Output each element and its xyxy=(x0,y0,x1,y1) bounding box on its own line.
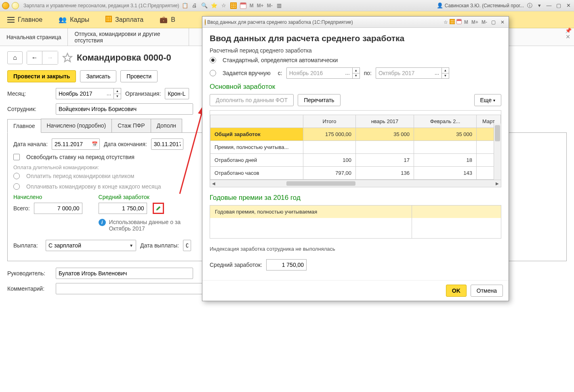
menu-staff[interactable]: 👥 Кадры xyxy=(59,16,89,23)
org-input[interactable] xyxy=(165,88,189,99)
back-button[interactable]: ← xyxy=(27,51,42,64)
tab-main[interactable]: Главное xyxy=(7,119,41,133)
earnings-table: Итого нварь 2017 Февраль 2... Март Общий… xyxy=(210,115,501,180)
calc-icon[interactable] xyxy=(229,2,238,10)
from-input xyxy=(286,67,343,79)
close-icon[interactable]: ✕ xyxy=(564,2,572,10)
manager-label: Руководитель: xyxy=(7,270,52,277)
row-total-earnings[interactable]: Общий заработок 175 000,00 35 000 35 000 xyxy=(210,128,501,141)
hscroll-left-icon[interactable]: ◀ xyxy=(210,181,217,186)
dropdown-arrow-icon[interactable]: ▾ xyxy=(535,2,543,10)
edit-avg-button[interactable] xyxy=(153,203,164,214)
manager-input[interactable] xyxy=(56,268,193,279)
cell: 175 000,00 xyxy=(303,128,356,141)
col-feb[interactable]: Февраль 2... xyxy=(414,115,476,128)
radio-manual[interactable] xyxy=(210,70,216,76)
menu-main[interactable]: Главное xyxy=(7,16,42,23)
toolbar-icon-3[interactable]: 🔍 xyxy=(200,2,208,10)
dialog-m-minus-badge[interactable]: M- xyxy=(481,19,488,25)
col-total[interactable]: Итого xyxy=(303,115,356,128)
m-plus-badge[interactable]: M+ xyxy=(256,3,265,8)
ok-button[interactable]: OK xyxy=(446,285,467,297)
free-rate-checkbox[interactable] xyxy=(13,154,20,160)
tab-start-page[interactable]: Начальная страница xyxy=(0,28,68,46)
month-input[interactable] xyxy=(56,88,104,99)
col-name[interactable] xyxy=(210,115,303,128)
fill-from-fot-button: Дополнить по данным ФОТ xyxy=(210,94,294,106)
toolbar-icon-1[interactable]: 📋 xyxy=(181,2,189,10)
date-start-input[interactable] xyxy=(52,138,90,150)
cell: Премия, полностью учитыва... xyxy=(210,141,303,154)
radio-pay-monthly-label: Оплачивать командировку в конце каждого … xyxy=(26,183,161,190)
cell: Отработано дней xyxy=(210,154,303,167)
cell xyxy=(303,141,356,154)
employee-input[interactable] xyxy=(56,103,193,115)
menu-main-label: Главное xyxy=(18,16,42,23)
month-picker-icon[interactable]: … xyxy=(104,88,114,99)
home-button[interactable]: ⌂ xyxy=(7,51,23,64)
info-icon[interactable]: ⓘ xyxy=(526,2,534,10)
star-icon[interactable] xyxy=(62,52,73,63)
dialog-calc-icon[interactable] xyxy=(450,19,455,25)
more-button[interactable]: Еще ▾ xyxy=(474,94,502,106)
row-hours[interactable]: Отработано часов 797,00 136 143 xyxy=(210,167,501,180)
hscroll-right-icon[interactable]: ▶ xyxy=(494,181,501,186)
to-spinner: ▲▼ xyxy=(442,67,449,79)
favorite-icon[interactable]: ⭐ xyxy=(210,2,218,10)
date-start-label: Дата начала: xyxy=(13,141,48,147)
row-days[interactable]: Отработано дней 100 17 18 xyxy=(210,154,501,167)
col-jan[interactable]: нварь 2017 xyxy=(356,115,414,128)
row-bonus[interactable]: Премия, полностью учитыва... xyxy=(210,141,501,154)
hamburger-icon xyxy=(7,17,15,23)
m-minus-badge[interactable]: M- xyxy=(266,3,273,8)
pin-icon[interactable]: 📌 xyxy=(565,27,572,34)
cell: 35 000 xyxy=(356,128,414,141)
dialog-close-icon[interactable]: ✕ xyxy=(499,19,506,25)
cell: 18 xyxy=(414,154,476,167)
tab-additional[interactable]: Дополн xyxy=(151,119,182,132)
info-text: Использованы данные о за Октябрь 2017 xyxy=(109,219,181,232)
m-badge[interactable]: M xyxy=(249,3,254,8)
history-icon[interactable]: ☆ xyxy=(220,2,228,10)
dialog-calendar-icon[interactable] xyxy=(456,19,462,25)
user-name[interactable]: Савинская З.Ю. (Системный прог... xyxy=(445,3,524,8)
date-start-picker-icon[interactable]: 📅 xyxy=(90,138,100,150)
payout-dropdown-icon[interactable]: ▾ xyxy=(126,240,136,251)
radio-standard[interactable] xyxy=(210,57,216,63)
save-button[interactable]: Записать xyxy=(80,70,116,82)
dialog-avg-input[interactable] xyxy=(266,259,307,270)
cell: Отработано часов xyxy=(210,167,303,180)
dialog-fav-icon[interactable]: ☆ xyxy=(444,19,448,25)
toolbar-icon-2[interactable]: 🖨 xyxy=(191,2,199,10)
tab-pfr[interactable]: Стаж ПФР xyxy=(111,119,151,132)
calendar-icon[interactable] xyxy=(239,2,247,10)
dialog-maximize-icon[interactable]: ▢ xyxy=(490,19,497,25)
month-spinner[interactable]: ▲▼ xyxy=(114,88,121,99)
app-titlebar: Зарплата и управление персоналом, редакц… xyxy=(0,0,574,11)
payout-input[interactable] xyxy=(46,240,126,251)
table-vscrollbar[interactable] xyxy=(494,124,501,187)
recalc-button[interactable]: Перечитать xyxy=(298,94,341,106)
minimize-icon[interactable]: — xyxy=(545,2,553,10)
cancel-button[interactable]: Отмена xyxy=(471,285,503,297)
to-picker-icon: … xyxy=(432,67,442,79)
dialog-title: Ввод данных для расчета среднего заработ… xyxy=(210,34,501,43)
maximize-icon[interactable]: ▢ xyxy=(555,2,563,10)
table-hscrollbar[interactable]: ◀ ▶ xyxy=(210,180,501,187)
total-input[interactable] xyxy=(34,203,82,214)
menu-more[interactable]: 💼 В xyxy=(160,16,175,23)
annual-bonus-row[interactable]: Годовая премия, полностью учитываемая xyxy=(210,205,501,218)
post-button[interactable]: Провести xyxy=(120,70,158,82)
menu-salary[interactable]: Зарплата xyxy=(105,16,143,24)
post-and-close-button[interactable]: Провести и закрыть xyxy=(7,70,76,82)
tab-absences[interactable]: Отпуска, командировки и другие отсутстви… xyxy=(68,28,189,46)
avg-input[interactable] xyxy=(99,203,147,214)
menu-staff-label: Кадры xyxy=(70,16,89,23)
date-end-input[interactable] xyxy=(151,138,183,150)
tab-accrued-detail[interactable]: Начислено (подробно) xyxy=(41,119,112,132)
dropdown-icon[interactable] xyxy=(11,2,19,10)
dialog-m-plus-badge[interactable]: M+ xyxy=(471,19,479,25)
dialog-m-badge[interactable]: M xyxy=(463,19,469,25)
payout-date-input[interactable] xyxy=(183,240,191,251)
panels-icon[interactable]: ▥ xyxy=(275,2,283,10)
